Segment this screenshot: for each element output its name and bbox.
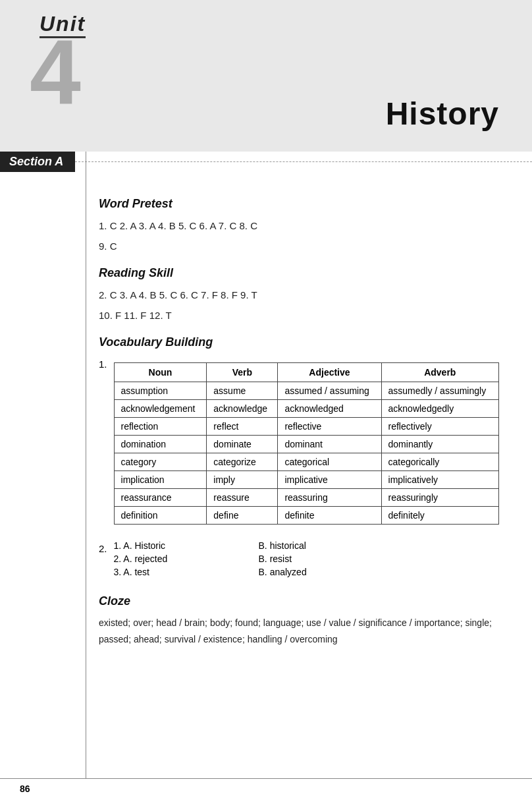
- cell-2-2: reflective: [278, 418, 381, 436]
- cell-2-3: reflectively: [381, 418, 498, 436]
- cell-0-2: assumed / assuming: [278, 382, 381, 400]
- col-adjective: Adjective: [278, 363, 381, 382]
- cell-5-1: imply: [207, 471, 278, 489]
- page-number: 86: [20, 784, 30, 794]
- item2-3b: B. analyzed: [259, 567, 307, 577]
- word-pretest-answer-1: 1. C 2. A 3. A 4. B 5. C 6. A 7. C 8. C: [99, 217, 499, 235]
- footer: 86: [0, 778, 532, 798]
- cell-3-3: dominantly: [381, 436, 498, 453]
- table-row: reassurancereassurereassuringreassuringl…: [114, 489, 498, 507]
- item2-row-1: 1. A. Historic B. historical: [114, 540, 307, 551]
- cell-5-2: implicative: [278, 471, 381, 489]
- cell-6-3: reassuringly: [381, 489, 498, 507]
- table-row: implicationimplyimplicativeimplicatively: [114, 471, 498, 489]
- vocab-item2-rows: 1. A. Historic B. historical 2. A. rejec…: [114, 540, 307, 580]
- section-a-banner: Section A: [0, 152, 532, 172]
- cell-4-3: categorically: [381, 453, 498, 471]
- section-divider: [75, 161, 532, 162]
- cloze-content: existed; over; head / brain; body; found…: [99, 615, 499, 648]
- cell-4-0: category: [114, 453, 207, 471]
- section-a-label: Section A: [0, 152, 75, 172]
- table-row: definitiondefinedefinitedefinitely: [114, 507, 498, 525]
- cell-1-3: acknowledgedly: [381, 400, 498, 418]
- left-border-line: [86, 152, 86, 778]
- col-adverb: Adverb: [381, 363, 498, 382]
- vocab-item2: 2. 1. A. Historic B. historical 2. A. re…: [99, 540, 499, 580]
- item2-2b: B. resist: [259, 554, 292, 564]
- cell-3-0: domination: [114, 436, 207, 453]
- cell-1-0: acknowledgement: [114, 400, 207, 418]
- word-pretest-title: Word Pretest: [99, 197, 499, 211]
- cell-4-1: categorize: [207, 453, 278, 471]
- table-row: categorycategorizecategoricalcategorical…: [114, 453, 498, 471]
- cell-1-1: acknowledge: [207, 400, 278, 418]
- cell-2-1: reflect: [207, 418, 278, 436]
- cell-7-0: definition: [114, 507, 207, 525]
- item2-3a: 3. A. test: [114, 567, 219, 577]
- table-row: dominationdominatedominantdominantly: [114, 436, 498, 453]
- reading-skill-answer-2: 10. F 11. F 12. T: [99, 307, 499, 324]
- cell-2-0: reflection: [114, 418, 207, 436]
- cell-7-3: definitely: [381, 507, 498, 525]
- table-row: reflectionreflectreflectivereflectively: [114, 418, 498, 436]
- cell-4-2: categorical: [278, 453, 381, 471]
- col-noun: Noun: [114, 363, 207, 382]
- item2-2a: 2. A. rejected: [114, 554, 219, 564]
- cell-6-0: reassurance: [114, 489, 207, 507]
- unit-number: 4: [30, 26, 81, 119]
- cell-6-2: reassuring: [278, 489, 381, 507]
- vocab-table-wrapper: Noun Verb Adjective Adverb assumptionass…: [114, 362, 499, 525]
- cell-5-3: implicatively: [381, 471, 498, 489]
- table-row: acknowledgementacknowledgeacknowledgedac…: [114, 400, 498, 418]
- cell-3-1: dominate: [207, 436, 278, 453]
- item2-1b: B. historical: [259, 540, 306, 551]
- cell-0-0: assumption: [114, 382, 207, 400]
- cell-0-1: assume: [207, 382, 278, 400]
- main-content: Word Pretest 1. C 2. A 3. A 4. B 5. C 6.…: [0, 172, 532, 661]
- item2-row-3: 3. A. test B. analyzed: [114, 567, 307, 577]
- col-verb: Verb: [207, 363, 278, 382]
- reading-skill-title: Reading Skill: [99, 266, 499, 280]
- cell-7-1: define: [207, 507, 278, 525]
- vocab-building-title: Vocabulary Building: [99, 335, 499, 349]
- cell-0-3: assumedly / assumingly: [381, 382, 498, 400]
- cell-7-2: definite: [278, 507, 381, 525]
- reading-skill-answer-1: 2. C 3. A 4. B 5. C 6. C 7. F 8. F 9. T: [99, 287, 499, 304]
- cell-6-1: reassure: [207, 489, 278, 507]
- cell-1-2: acknowledged: [278, 400, 381, 418]
- vocab-table: Noun Verb Adjective Adverb assumptionass…: [114, 362, 499, 525]
- cloze-title: Cloze: [99, 594, 499, 608]
- history-title: History: [386, 96, 499, 132]
- vocab-item1-num: 1.: [99, 358, 107, 370]
- cell-3-2: dominant: [278, 436, 381, 453]
- header-area: Unit 4 History: [0, 0, 532, 152]
- word-pretest-answer-2: 9. C: [99, 238, 499, 255]
- vocab-item2-num: 2.: [99, 543, 107, 554]
- table-row: assumptionassumeassumed / assumingassume…: [114, 382, 498, 400]
- item2-row-2: 2. A. rejected B. resist: [114, 554, 307, 564]
- cell-5-0: implication: [114, 471, 207, 489]
- item2-1a: 1. A. Historic: [114, 540, 219, 551]
